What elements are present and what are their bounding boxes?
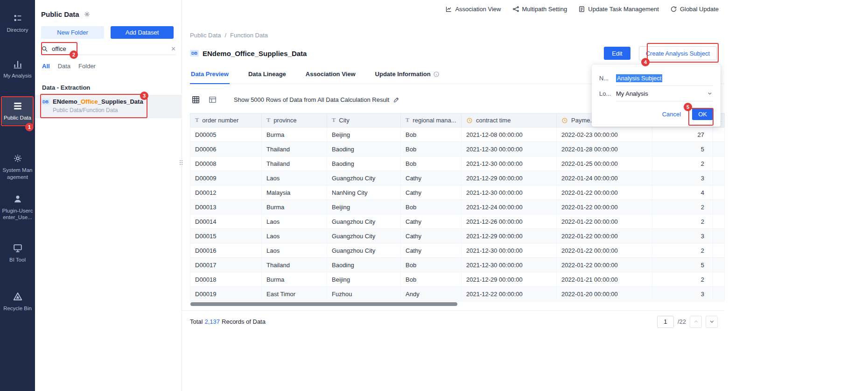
add-dataset-button[interactable]: Add Dataset [111,26,174,39]
cell-province: Burma [262,200,327,214]
panel-tab-data[interactable]: Data [58,63,70,70]
cell-regional-manager: Andy [401,287,462,301]
cell-payment-time: 2022-01-22 00:00:00 [557,214,652,229]
cell-city: Guangzhou City [327,171,401,185]
edit-pencil-icon[interactable] [393,96,400,103]
cell-regional-manager: Bob [401,200,462,214]
column-header-city[interactable]: TCity [327,114,401,128]
table-row[interactable]: D00006 Thailand Baoding Bob 2021-12-30 0… [190,142,725,156]
bar-chart-icon [13,59,23,69]
column-header-province[interactable]: Tprovince [262,114,327,128]
tab-update-information[interactable]: Update Information [374,71,441,84]
clock-icon [561,117,568,124]
table-view-icon[interactable] [207,94,218,105]
analysis-subject-name-input[interactable]: Analysis Subject [616,71,713,86]
dataset-path: Public Data/Function Data [53,107,176,114]
cell-contract-time: 2021-12-30 00:00:00 [462,243,557,258]
cell-partial [713,272,725,287]
dataset-list-item[interactable]: DB ENdemo_Office_Supplies_Data Public Da… [35,95,182,118]
cell-order-number: D00016 [190,243,262,258]
new-folder-button[interactable]: New Folder [41,26,104,39]
tab-data-lineage[interactable]: Data Lineage [247,71,287,84]
table-row[interactable]: D00013 Burma Beijing Bob 2021-12-24 00:0… [190,200,725,214]
cell-city: Beijing [327,200,401,214]
sidebar-item-my-analysis[interactable]: My Analysis [1,55,34,83]
cell-order-number: D00017 [190,258,262,272]
cell-order-number: D00008 [190,156,262,171]
cell-order-number: D00013 [190,200,262,214]
table-row[interactable]: D00009 Laos Guangzhou City Cathy 2021-12… [190,171,725,185]
table-row[interactable]: D00016 Laos Guangzhou City Cathy 2021-12… [190,243,725,258]
cell-contract-time: 2021-12-30 00:00:00 [462,156,557,171]
global-update-action[interactable]: Global Update [670,6,719,13]
create-analysis-subject-button[interactable]: Create Analysis Subject [639,46,717,60]
table-row[interactable]: D00019 East Timor Fuzhou Andy 2021-12-22… [190,287,725,301]
page-up-button[interactable] [690,316,702,328]
cell-province: Laos [262,229,327,243]
update-task-management-action[interactable]: Update Task Management [578,6,659,13]
gear-icon[interactable] [84,11,91,18]
chevron-down-icon [707,90,713,97]
multipath-setting-action[interactable]: Multipath Setting [512,6,567,13]
cell-payment-time: 2022-01-22 00:00:00 [557,258,652,272]
table-body: D00005 Burma Beijing Bob 2021-12-08 00:0… [190,128,725,301]
panel-resize-handle-icon[interactable]: ⠿ [179,159,183,167]
table-row[interactable]: D00014 Laos Guangzhou City Cathy 2021-12… [190,214,725,229]
name-field-label: N... [599,75,611,82]
search-input[interactable] [52,45,145,52]
table-row[interactable]: D00008 Thailand Baoding Bob 2021-12-30 0… [190,156,725,171]
edit-button[interactable]: Edit [604,47,630,60]
page-down-button[interactable] [706,316,718,328]
table-row[interactable]: D00018 Burma Beijing Bob 2021-12-29 00:0… [190,272,725,287]
tab-data-preview[interactable]: Data Preview [190,71,230,84]
ok-button[interactable]: OK [692,108,713,120]
cell-province: Thailand [262,258,327,272]
cell-contract-time: 2021-12-30 00:00:00 [462,258,557,272]
column-header-contract-time[interactable]: contract time [462,114,557,128]
sidebar-item-system-management[interactable]: System Management [1,149,34,184]
breadcrumb-root[interactable]: Public Data [190,32,221,39]
info-icon[interactable] [433,71,440,78]
grid-view-icon[interactable] [190,94,201,105]
cell-regional-manager: Cathy [401,171,462,185]
cell-contract-time: 2021-12-30 00:00:00 [462,185,557,200]
tab-association-view[interactable]: Association View [305,71,357,84]
sidebar-item-label: Directory [7,27,28,33]
sidebar-item-bi-tool[interactable]: BI Tool [1,239,34,267]
cell-partial [713,185,725,200]
sidebar-item-label: Public Data [4,114,31,121]
clear-search-icon[interactable]: ✕ [171,45,176,52]
cell-partial [713,156,725,171]
page-number-input[interactable] [657,316,674,328]
breadcrumb-current[interactable]: Function Data [230,32,268,39]
selected-input-text: Analysis Subject [616,74,662,82]
panel-tab-all[interactable]: All [42,63,50,70]
table-row[interactable]: D00015 Laos Guangzhou City Cathy 2021-12… [190,229,725,243]
cell-amount: 2 [652,243,713,258]
cell-partial [713,214,725,229]
search-match-highlight: Office [81,98,98,105]
column-header-regional-manager[interactable]: Tregional mana... [401,114,462,128]
sidebar-item-plugin-usercenter[interactable]: Plugin-Usercenter_Use... [1,190,34,225]
panel-title: Public Data [41,10,79,18]
cell-amount: 4 [652,185,713,200]
location-select[interactable]: My Analysis [616,86,713,101]
horizontal-scrollbar[interactable] [190,302,457,306]
cell-amount: 2 [652,156,713,171]
table-row[interactable]: D00012 Malaysia NanNing City Cathy 2021-… [190,185,725,200]
user-icon [13,194,23,204]
column-header-order-number[interactable]: Torder number [190,114,262,128]
cancel-button[interactable]: Cancel [662,111,681,118]
sidebar-item-recycle-bin[interactable]: Recycle Bin [1,288,34,315]
panel-tab-folder[interactable]: Folder [78,63,96,70]
table-row[interactable]: D00017 Thailand Baoding Bob 2021-12-30 0… [190,258,725,272]
cell-province: East Timor [262,287,327,301]
sidebar-item-public-data[interactable]: Public Data [1,97,34,125]
sidebar-item-label: Plugin-Usercenter_Use... [2,207,33,221]
db-badge-icon: DB [190,50,199,57]
association-view-action[interactable]: Association View [445,6,501,13]
cell-city: Guangzhou City [327,229,401,243]
table-row[interactable]: D00005 Burma Beijing Bob 2021-12-08 00:0… [190,128,725,142]
text-type-icon: T [406,117,409,124]
sidebar-item-directory[interactable]: Directory [1,9,34,37]
